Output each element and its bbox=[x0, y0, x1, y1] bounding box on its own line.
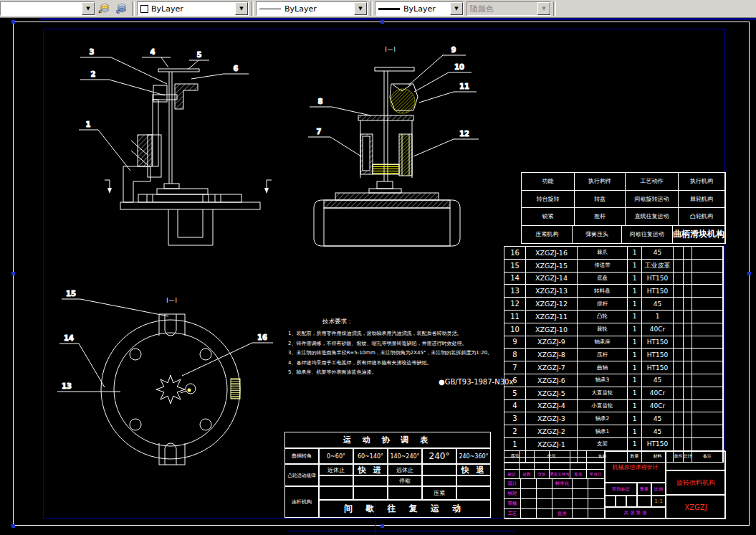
signature-cell: 审核 bbox=[504, 499, 521, 509]
svg-text:8: 8 bbox=[318, 98, 323, 105]
signature-cell bbox=[588, 509, 605, 519]
table-row: 10 XZGZJ-10 棘轮 1 40Cr bbox=[504, 323, 723, 336]
signature-cell bbox=[573, 489, 588, 499]
signature-cell: 校对 bbox=[504, 489, 521, 499]
table-row: 5 XZGZJ-5 大直齿轮 1 40Cr bbox=[504, 387, 723, 400]
pin-highlight bbox=[188, 389, 191, 392]
bom-parts-list: 16 XZGZJ-16 棘爪 1 45 15 XZGZJ-15 传送带 1 工业… bbox=[504, 246, 724, 463]
toolbar-separator bbox=[251, 1, 254, 16]
callout-13: 13 bbox=[57, 382, 120, 392]
table-row: 4 XZGZJ-4 小直齿轮 1 40Cr bbox=[504, 400, 723, 413]
color-control-dropdown[interactable]: ByLayer ▼ bbox=[137, 1, 249, 16]
callout-2: 2 bbox=[80, 70, 165, 95]
signature-cell: 标准化 bbox=[552, 479, 573, 489]
signature-cell bbox=[573, 509, 588, 519]
callout-15: 15 bbox=[62, 290, 168, 316]
technical-notes: 技术要求： 1、装配前，所用零件用煤油清洗，滚动轴承用汽油清洗，装配后各转动灵活… bbox=[288, 318, 507, 378]
svg-text:2: 2 bbox=[91, 70, 96, 78]
callout-16: 16 bbox=[182, 333, 273, 376]
angle-cell: 240~360° bbox=[456, 448, 491, 464]
signature-cell: 设计 bbox=[504, 479, 521, 489]
chevron-down-icon[interactable]: ▼ bbox=[82, 2, 95, 15]
tech-note-line: 1、装配前，所用零件用煤油清洗，滚动轴承用汽油清洗，装配后各转动灵活。 bbox=[288, 329, 507, 339]
signature-cell bbox=[537, 479, 552, 489]
signature-cell bbox=[588, 499, 605, 509]
svg-text:15: 15 bbox=[66, 290, 76, 298]
signature-cell bbox=[552, 499, 573, 509]
tech-note-line: 5、轴承座、机架等外表面涂蓝色油漆。 bbox=[288, 368, 507, 378]
make-layer-current-icon bbox=[97, 3, 110, 14]
chevron-down-icon: ▼ bbox=[537, 2, 550, 15]
revision-label: 处数 bbox=[520, 470, 535, 479]
revision-label: 签名 bbox=[570, 470, 587, 479]
callout-6: 6 bbox=[191, 65, 249, 79]
drawing-number: XZGZJ bbox=[666, 495, 726, 519]
table-row: 15 XZGZJ-15 传送带 1 工业皮革 bbox=[504, 260, 723, 273]
callout-8: 8 bbox=[310, 98, 370, 115]
signature-cell bbox=[537, 499, 552, 509]
signature-cell bbox=[521, 489, 537, 499]
svg-text:11: 11 bbox=[459, 82, 469, 90]
chevron-down-icon[interactable]: ▼ bbox=[354, 2, 367, 15]
make-object-layer-current-button[interactable] bbox=[95, 1, 113, 16]
revision-blank-grid bbox=[504, 451, 605, 470]
signature-cell: 批准 bbox=[552, 509, 573, 519]
table-row: 9 XZGZJ-9 轴承座 1 HT150 bbox=[504, 336, 723, 349]
svg-text:7: 7 bbox=[317, 128, 322, 136]
function-table-row: 压紧机构 弹簧压头 间歇往复运动 曲柄滑块机构 bbox=[522, 226, 725, 244]
wheel-view-drawing bbox=[101, 314, 240, 465]
layer-previous-button[interactable] bbox=[113, 1, 130, 16]
mechanism-function-table: 功能 执行构件 工艺动作 执行机构 转台旋转 转盘 间歇旋转运动 棘轮机构 锁紧… bbox=[521, 172, 726, 244]
plotstyle-control-dropdown: 随颜色 ▼ bbox=[466, 1, 551, 16]
weight-label: 重量 bbox=[637, 483, 651, 496]
function-table-row: 功能 执行构件 工艺动作 执行机构 bbox=[522, 173, 725, 191]
svg-text:3: 3 bbox=[90, 48, 95, 56]
tech-note-line: 2、铸件需调修，不得有砂眼、裂纹、缩孔等明显铸造缺陷，并需进行时效处理。 bbox=[288, 339, 507, 349]
cam-motion-label: 凸轮运动规律 bbox=[284, 464, 319, 486]
chevron-down-icon[interactable]: ▼ bbox=[235, 2, 248, 15]
drawing-canvas[interactable]: Ⅰ—Ⅰ Ⅰ—Ⅰ 1 2 3 4 5 6 7 8 9 10 11 12 13 14… bbox=[0, 18, 756, 535]
layer-dropdown[interactable]: ▼ bbox=[0, 1, 95, 16]
table-row: 14 XZGZJ-14 底盘 1 HT150 bbox=[504, 273, 723, 285]
table-row: 16 XZGZJ-16 棘爪 1 45 bbox=[504, 247, 723, 260]
svg-text:1: 1 bbox=[86, 120, 91, 128]
lineweight-control-value: ByLayer bbox=[403, 4, 436, 14]
stage-mark-label: 阶段标记 bbox=[605, 483, 637, 496]
svg-text:13: 13 bbox=[62, 382, 72, 390]
scale-label: 比例 bbox=[651, 483, 666, 496]
star-wheel bbox=[156, 375, 185, 404]
signature-cell bbox=[521, 509, 537, 519]
svg-text:4: 4 bbox=[150, 48, 155, 56]
signature-cell bbox=[552, 489, 573, 499]
front-view-drawing bbox=[105, 69, 272, 245]
table-row: 7 XZGZJ-7 曲轴 1 HT150 bbox=[504, 361, 723, 374]
intermittent-motion-label: 间 歇 往 复 运 动 bbox=[319, 500, 491, 518]
section-mark-side: Ⅰ—Ⅰ bbox=[385, 47, 396, 53]
svg-text:12: 12 bbox=[459, 130, 469, 138]
plotstyle-control-value: 随颜色 bbox=[470, 4, 494, 14]
lineweight-control-dropdown[interactable]: ByLayer ▼ bbox=[375, 1, 464, 16]
chevron-down-icon[interactable]: ▼ bbox=[450, 2, 463, 15]
linkage-label: 连杆机构 bbox=[284, 486, 319, 518]
lineweight-sample-icon bbox=[378, 8, 400, 10]
linetype-control-dropdown[interactable]: ByLayer ▼ bbox=[256, 1, 368, 16]
signature-cell: 工艺 bbox=[504, 509, 521, 519]
table-row: 12 XZGZJ-12 摆杆 1 45 bbox=[504, 298, 723, 311]
title-block: 标记处数分区更改文件号签名年月日 设计标准化校对审核工艺批准 机械原理课程设计 … bbox=[504, 450, 725, 519]
function-table-row: 锁紧 推杆 直线往复运动 凸轮机构 bbox=[522, 208, 725, 226]
linetype-sample-icon bbox=[259, 9, 281, 9]
callout-14: 14 bbox=[59, 334, 105, 387]
angle-cell: 60~140° bbox=[353, 448, 388, 464]
layer-previous-icon bbox=[115, 3, 128, 14]
angle-cell: 140~240° bbox=[388, 448, 422, 464]
color-swatch-icon bbox=[140, 5, 148, 13]
svg-text:16: 16 bbox=[257, 333, 267, 341]
revision-labels-row: 标记处数分区更改文件号签名年月日 bbox=[504, 470, 605, 479]
scale-value: 1:1 bbox=[651, 496, 666, 507]
toolbar-separator bbox=[370, 1, 373, 16]
table-row: 6 XZGZJ-6 轴承3 1 45 bbox=[504, 374, 723, 387]
linetype-control-value: ByLayer bbox=[284, 4, 317, 14]
side-section-view-drawing bbox=[314, 67, 460, 246]
motion-coordination-table: 运 动 协 调 表 曲柄转角 0~60° 60~140° 140~240° 24… bbox=[284, 432, 491, 518]
signature-cell bbox=[588, 489, 605, 499]
